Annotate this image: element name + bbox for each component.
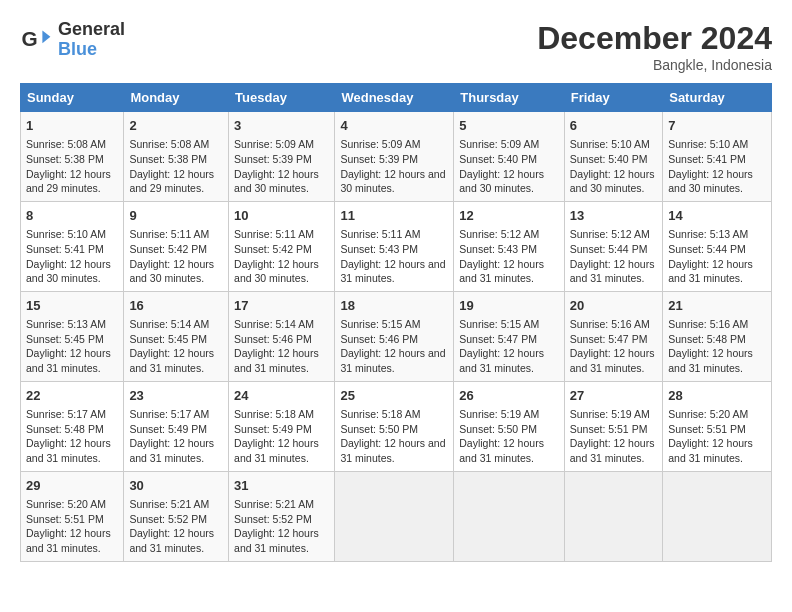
table-row: 6Sunrise: 5:10 AMSunset: 5:40 PMDaylight…: [564, 112, 662, 202]
table-row: 24Sunrise: 5:18 AMSunset: 5:49 PMDayligh…: [229, 381, 335, 471]
day-number: 5: [459, 117, 559, 135]
day-number: 30: [129, 477, 223, 495]
day-number: 23: [129, 387, 223, 405]
table-row: 7Sunrise: 5:10 AMSunset: 5:41 PMDaylight…: [663, 112, 772, 202]
day-number: 10: [234, 207, 329, 225]
table-row: 11Sunrise: 5:11 AMSunset: 5:43 PMDayligh…: [335, 201, 454, 291]
day-number: 14: [668, 207, 766, 225]
day-number: 7: [668, 117, 766, 135]
title-block: December 2024 Bangkle, Indonesia: [537, 20, 772, 73]
day-info: Sunrise: 5:13 AMSunset: 5:45 PMDaylight:…: [26, 317, 118, 376]
table-row: 9Sunrise: 5:11 AMSunset: 5:42 PMDaylight…: [124, 201, 229, 291]
day-info: Sunrise: 5:11 AMSunset: 5:43 PMDaylight:…: [340, 227, 448, 286]
table-row: 10Sunrise: 5:11 AMSunset: 5:42 PMDayligh…: [229, 201, 335, 291]
day-number: 9: [129, 207, 223, 225]
day-number: 31: [234, 477, 329, 495]
day-info: Sunrise: 5:16 AMSunset: 5:47 PMDaylight:…: [570, 317, 657, 376]
day-info: Sunrise: 5:08 AMSunset: 5:38 PMDaylight:…: [26, 137, 118, 196]
header-saturday: Saturday: [663, 84, 772, 112]
month-title: December 2024: [537, 20, 772, 57]
day-info: Sunrise: 5:09 AMSunset: 5:39 PMDaylight:…: [340, 137, 448, 196]
header-tuesday: Tuesday: [229, 84, 335, 112]
day-info: Sunrise: 5:12 AMSunset: 5:44 PMDaylight:…: [570, 227, 657, 286]
table-row: 23Sunrise: 5:17 AMSunset: 5:49 PMDayligh…: [124, 381, 229, 471]
table-row: 26Sunrise: 5:19 AMSunset: 5:50 PMDayligh…: [454, 381, 565, 471]
day-info: Sunrise: 5:09 AMSunset: 5:40 PMDaylight:…: [459, 137, 559, 196]
day-info: Sunrise: 5:21 AMSunset: 5:52 PMDaylight:…: [129, 497, 223, 556]
calendar-header-row: SundayMondayTuesdayWednesdayThursdayFrid…: [21, 84, 772, 112]
day-info: Sunrise: 5:17 AMSunset: 5:49 PMDaylight:…: [129, 407, 223, 466]
table-row: 17Sunrise: 5:14 AMSunset: 5:46 PMDayligh…: [229, 291, 335, 381]
table-row: 28Sunrise: 5:20 AMSunset: 5:51 PMDayligh…: [663, 381, 772, 471]
day-info: Sunrise: 5:15 AMSunset: 5:46 PMDaylight:…: [340, 317, 448, 376]
table-row: [335, 471, 454, 561]
day-info: Sunrise: 5:12 AMSunset: 5:43 PMDaylight:…: [459, 227, 559, 286]
svg-text:G: G: [22, 27, 38, 50]
day-info: Sunrise: 5:11 AMSunset: 5:42 PMDaylight:…: [129, 227, 223, 286]
day-info: Sunrise: 5:18 AMSunset: 5:49 PMDaylight:…: [234, 407, 329, 466]
day-number: 21: [668, 297, 766, 315]
header-wednesday: Wednesday: [335, 84, 454, 112]
table-row: 4Sunrise: 5:09 AMSunset: 5:39 PMDaylight…: [335, 112, 454, 202]
day-number: 20: [570, 297, 657, 315]
day-number: 25: [340, 387, 448, 405]
header-sunday: Sunday: [21, 84, 124, 112]
calendar-week-1: 1Sunrise: 5:08 AMSunset: 5:38 PMDaylight…: [21, 112, 772, 202]
table-row: [454, 471, 565, 561]
table-row: 22Sunrise: 5:17 AMSunset: 5:48 PMDayligh…: [21, 381, 124, 471]
day-info: Sunrise: 5:13 AMSunset: 5:44 PMDaylight:…: [668, 227, 766, 286]
table-row: 25Sunrise: 5:18 AMSunset: 5:50 PMDayligh…: [335, 381, 454, 471]
table-row: 12Sunrise: 5:12 AMSunset: 5:43 PMDayligh…: [454, 201, 565, 291]
day-number: 6: [570, 117, 657, 135]
calendar-week-4: 22Sunrise: 5:17 AMSunset: 5:48 PMDayligh…: [21, 381, 772, 471]
table-row: 2Sunrise: 5:08 AMSunset: 5:38 PMDaylight…: [124, 112, 229, 202]
subtitle: Bangkle, Indonesia: [537, 57, 772, 73]
table-row: 16Sunrise: 5:14 AMSunset: 5:45 PMDayligh…: [124, 291, 229, 381]
day-info: Sunrise: 5:09 AMSunset: 5:39 PMDaylight:…: [234, 137, 329, 196]
table-row: 13Sunrise: 5:12 AMSunset: 5:44 PMDayligh…: [564, 201, 662, 291]
day-number: 4: [340, 117, 448, 135]
svg-marker-1: [42, 30, 50, 43]
table-row: 30Sunrise: 5:21 AMSunset: 5:52 PMDayligh…: [124, 471, 229, 561]
day-info: Sunrise: 5:20 AMSunset: 5:51 PMDaylight:…: [668, 407, 766, 466]
table-row: 21Sunrise: 5:16 AMSunset: 5:48 PMDayligh…: [663, 291, 772, 381]
table-row: 1Sunrise: 5:08 AMSunset: 5:38 PMDaylight…: [21, 112, 124, 202]
day-number: 1: [26, 117, 118, 135]
day-number: 24: [234, 387, 329, 405]
table-row: 29Sunrise: 5:20 AMSunset: 5:51 PMDayligh…: [21, 471, 124, 561]
day-number: 3: [234, 117, 329, 135]
table-row: 18Sunrise: 5:15 AMSunset: 5:46 PMDayligh…: [335, 291, 454, 381]
day-info: Sunrise: 5:19 AMSunset: 5:50 PMDaylight:…: [459, 407, 559, 466]
day-info: Sunrise: 5:18 AMSunset: 5:50 PMDaylight:…: [340, 407, 448, 466]
table-row: 27Sunrise: 5:19 AMSunset: 5:51 PMDayligh…: [564, 381, 662, 471]
day-info: Sunrise: 5:19 AMSunset: 5:51 PMDaylight:…: [570, 407, 657, 466]
table-row: 5Sunrise: 5:09 AMSunset: 5:40 PMDaylight…: [454, 112, 565, 202]
calendar-week-2: 8Sunrise: 5:10 AMSunset: 5:41 PMDaylight…: [21, 201, 772, 291]
day-number: 12: [459, 207, 559, 225]
day-info: Sunrise: 5:21 AMSunset: 5:52 PMDaylight:…: [234, 497, 329, 556]
day-number: 18: [340, 297, 448, 315]
header-thursday: Thursday: [454, 84, 565, 112]
day-number: 29: [26, 477, 118, 495]
logo-text: General Blue: [58, 20, 125, 60]
day-info: Sunrise: 5:10 AMSunset: 5:41 PMDaylight:…: [668, 137, 766, 196]
logo-icon: G: [20, 24, 52, 56]
day-info: Sunrise: 5:08 AMSunset: 5:38 PMDaylight:…: [129, 137, 223, 196]
day-info: Sunrise: 5:17 AMSunset: 5:48 PMDaylight:…: [26, 407, 118, 466]
day-number: 17: [234, 297, 329, 315]
table-row: 3Sunrise: 5:09 AMSunset: 5:39 PMDaylight…: [229, 112, 335, 202]
calendar-week-5: 29Sunrise: 5:20 AMSunset: 5:51 PMDayligh…: [21, 471, 772, 561]
header-monday: Monday: [124, 84, 229, 112]
day-number: 8: [26, 207, 118, 225]
day-number: 15: [26, 297, 118, 315]
calendar-week-3: 15Sunrise: 5:13 AMSunset: 5:45 PMDayligh…: [21, 291, 772, 381]
day-number: 19: [459, 297, 559, 315]
logo: G General Blue: [20, 20, 125, 60]
day-number: 27: [570, 387, 657, 405]
day-number: 22: [26, 387, 118, 405]
day-number: 11: [340, 207, 448, 225]
day-info: Sunrise: 5:10 AMSunset: 5:41 PMDaylight:…: [26, 227, 118, 286]
day-info: Sunrise: 5:16 AMSunset: 5:48 PMDaylight:…: [668, 317, 766, 376]
table-row: [564, 471, 662, 561]
table-row: 8Sunrise: 5:10 AMSunset: 5:41 PMDaylight…: [21, 201, 124, 291]
